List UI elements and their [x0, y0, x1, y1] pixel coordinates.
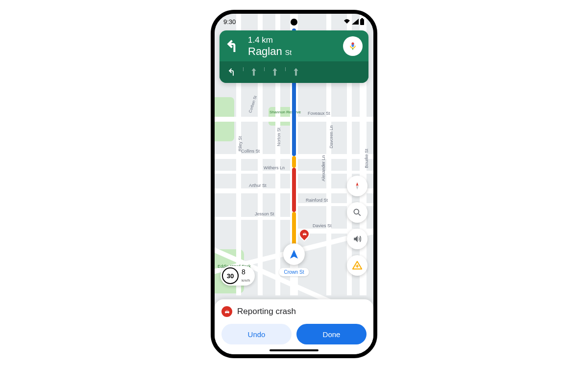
- label-rainford: Rainford St: [306, 198, 328, 203]
- lane-guidance: [220, 61, 368, 83]
- lane-straight-icon: [248, 66, 259, 78]
- svg-line-6: [359, 214, 361, 216]
- current-location-marker[interactable]: [283, 243, 305, 265]
- svg-rect-0: [360, 19, 364, 25]
- report-crash-sheet: Reporting crash Undo Done: [215, 299, 373, 354]
- lane-separator: [243, 67, 244, 71]
- label-foveaux: Foveaux St: [308, 111, 330, 116]
- undo-button[interactable]: Undo: [221, 324, 292, 344]
- navigation-card[interactable]: 1.4 km Raglan St: [220, 30, 368, 83]
- lane-turn-left-icon: [227, 66, 238, 78]
- route-segment-orange2: [292, 212, 296, 246]
- navigation-arrow-icon: [288, 248, 300, 260]
- home-indicator[interactable]: [270, 349, 318, 351]
- camera-notch: [291, 19, 297, 26]
- label-arthur: Arthur St: [249, 183, 267, 188]
- report-title-row: Reporting crash: [221, 306, 367, 317]
- current-street-label: Crown St: [279, 268, 309, 276]
- volume-icon: [352, 234, 362, 244]
- compass-icon: [352, 181, 362, 191]
- lane-straight-icon: [270, 66, 280, 78]
- crash-icon: [221, 306, 232, 317]
- status-icons: [343, 18, 365, 25]
- label-collins: Collins St: [241, 149, 260, 154]
- report-hazard-button[interactable]: [347, 255, 368, 276]
- route-segment-red: [292, 168, 296, 212]
- cellular-icon: [352, 19, 359, 25]
- svg-point-5: [354, 209, 359, 214]
- label-davies: Davies St: [313, 223, 332, 228]
- current-speed: 8 km/h: [242, 268, 250, 283]
- nav-street-name: Raglan: [248, 45, 282, 57]
- report-title: Reporting crash: [237, 307, 296, 316]
- audio-toggle-button[interactable]: [347, 229, 368, 249]
- nav-distance: 1.4 km: [248, 35, 337, 45]
- label-alexander: Alexander Ln: [321, 155, 326, 181]
- current-speed-value: 8: [242, 268, 250, 275]
- svg-rect-1: [361, 18, 363, 19]
- route-segment-orange1: [292, 156, 296, 168]
- current-speed-unit: km/h: [242, 278, 250, 283]
- clock: 9:30: [223, 18, 236, 26]
- report-buttons: Undo Done: [221, 324, 367, 344]
- lane-separator: [285, 67, 286, 71]
- nav-text: 1.4 km Raglan St: [248, 35, 337, 57]
- street-jesson: [215, 217, 295, 220]
- car-crash-icon: [224, 309, 230, 315]
- nav-card-top: 1.4 km Raglan St: [220, 30, 368, 61]
- phone-frame: 9:30 Foveaux St Collins St Withers Ln Ar…: [211, 10, 377, 358]
- report-hazard-icon: [352, 260, 363, 271]
- label-corben: Corben St: [248, 95, 258, 113]
- nav-street-suffix: St: [285, 49, 292, 56]
- label-norton: Norton St: [276, 128, 281, 146]
- speed-indicator[interactable]: 30 8 km/h: [220, 266, 255, 286]
- done-button[interactable]: Done: [296, 324, 367, 344]
- wifi-icon: [343, 19, 351, 25]
- svg-rect-3: [352, 43, 354, 45]
- search-icon: [352, 208, 362, 217]
- microphone-icon: [348, 41, 358, 51]
- label-bourke: Bourke St: [364, 149, 369, 168]
- lane-separator: [264, 67, 265, 71]
- label-shannon: Shannon Reserve: [270, 110, 301, 114]
- label-jesson: Jesson St: [255, 211, 274, 216]
- speed-limit: 30: [222, 267, 239, 284]
- label-withers: Withers Ln: [264, 165, 285, 170]
- turn-left-icon: [225, 38, 242, 54]
- nav-street: Raglan St: [248, 45, 337, 57]
- crash-pin-icon: [302, 232, 307, 237]
- voice-search-button[interactable]: [343, 36, 363, 56]
- search-button[interactable]: [347, 202, 368, 223]
- label-riley: Riley St: [238, 136, 243, 151]
- fab-stack: [347, 176, 368, 276]
- battery-icon: [360, 18, 365, 25]
- lane-straight-icon: [291, 66, 301, 78]
- label-davoren: Davoren Ln: [329, 126, 334, 149]
- compass-button[interactable]: [347, 176, 368, 196]
